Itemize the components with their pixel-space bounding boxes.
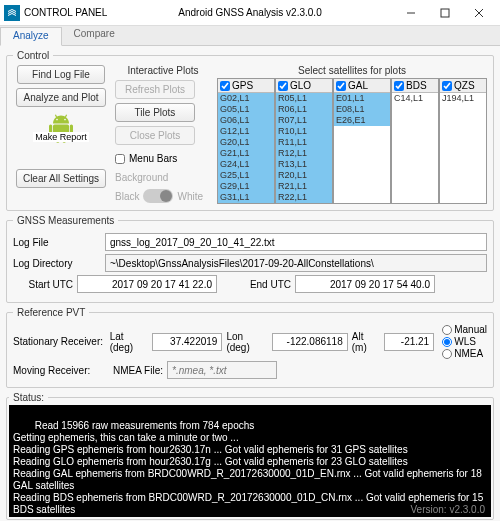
iplots-legend: Interactive Plots: [127, 65, 198, 76]
sat-item[interactable]: R12,L1: [276, 148, 332, 159]
stationary-label: Stationary Receiver:: [13, 336, 106, 347]
status-panel: Status: Read 15966 raw measurements from…: [6, 392, 494, 520]
svg-line-4: [55, 115, 57, 118]
sat-item[interactable]: G12,L1: [218, 126, 274, 137]
ref-mode-radio-group: Manual WLS NMEA: [442, 324, 487, 359]
make-report-label: Make Report: [33, 132, 89, 142]
sat-gps-checkbox[interactable]: [220, 81, 230, 91]
lat-input[interactable]: [152, 333, 222, 351]
sat-item[interactable]: G25,L1: [218, 170, 274, 181]
nmea-radio[interactable]: [442, 349, 452, 359]
sat-col-bds: BDSC14,L1: [391, 78, 439, 204]
minimize-button[interactable]: [394, 0, 428, 26]
sat-legend: Select satellites for plots: [217, 65, 487, 76]
sat-glo-checkbox[interactable]: [278, 81, 288, 91]
refresh-plots-button[interactable]: Refresh Plots: [115, 80, 195, 99]
sat-item[interactable]: R07,L1: [276, 115, 332, 126]
clear-all-button[interactable]: Clear All Settings: [16, 169, 106, 188]
sat-item[interactable]: G05,L1: [218, 104, 274, 115]
maximize-button[interactable]: [428, 0, 462, 26]
sat-gal-checkbox[interactable]: [336, 81, 346, 91]
sat-item[interactable]: R05,L1: [276, 93, 332, 104]
ref-legend: Reference PVT: [13, 307, 89, 318]
tab-analyze[interactable]: Analyze: [0, 27, 62, 46]
make-report-button[interactable]: Make Report: [33, 111, 89, 159]
menu-bars-label: Menu Bars: [129, 153, 177, 164]
sat-qzs-checkbox[interactable]: [442, 81, 452, 91]
sat-item[interactable]: E08,L1: [334, 104, 390, 115]
sat-item[interactable]: G29,L1: [218, 181, 274, 192]
background-label: Background: [115, 172, 168, 183]
sat-item[interactable]: R20,L1: [276, 170, 332, 181]
satellite-grid: GPSG02,L1G05,L1G06,L1G12,L1G20,L1G21,L1G…: [217, 78, 487, 204]
tile-plots-button[interactable]: Tile Plots: [115, 103, 195, 122]
end-utc-label: End UTC: [231, 279, 291, 290]
alt-input[interactable]: [384, 333, 434, 351]
sat-item[interactable]: E01,L1: [334, 93, 390, 104]
sat-item[interactable]: E26,E1: [334, 115, 390, 126]
lon-label: Lon (deg): [226, 331, 267, 353]
control-legend: Control: [13, 50, 53, 61]
app-icon: [4, 5, 20, 21]
sat-col-qzs: QZSJ194,L1: [439, 78, 487, 204]
start-utc-input[interactable]: [77, 275, 217, 293]
sat-bds-checkbox[interactable]: [394, 81, 404, 91]
wls-radio[interactable]: [442, 337, 452, 347]
alt-label: Alt (m): [352, 331, 380, 353]
gnss-legend: GNSS Measurements: [13, 215, 118, 226]
sat-item[interactable]: G20,L1: [218, 137, 274, 148]
status-legend: Status:: [9, 392, 48, 403]
gnss-panel: GNSS Measurements Log File Log Directory…: [6, 215, 494, 303]
manual-radio[interactable]: [442, 325, 452, 335]
sat-item[interactable]: R22,L1: [276, 192, 332, 203]
ref-panel: Reference PVT Stationary Receiver: Lat (…: [6, 307, 494, 388]
sat-item[interactable]: C14,L1: [392, 93, 438, 104]
sat-item[interactable]: R06,L1: [276, 104, 332, 115]
tab-compare[interactable]: Compare: [62, 26, 127, 45]
sat-col-glo: GLOR05,L1R06,L1R07,L1R10,L1R11,L1R12,L1R…: [275, 78, 333, 204]
sat-item[interactable]: J194,L1: [440, 93, 486, 104]
sat-item[interactable]: R11,L1: [276, 137, 332, 148]
log-file-label: Log File: [13, 237, 101, 248]
svg-point-6: [56, 119, 58, 121]
control-panel: Control Find Log File Analyze and Plot M…: [6, 50, 494, 211]
svg-point-7: [64, 119, 66, 121]
sat-item[interactable]: R13,L1: [276, 159, 332, 170]
sat-item[interactable]: G02,L1: [218, 93, 274, 104]
bg-black-label: Black: [115, 191, 139, 202]
analyze-plot-button[interactable]: Analyze and Plot: [16, 88, 105, 107]
start-utc-label: Start UTC: [13, 279, 73, 290]
tab-bar: Analyze Compare: [0, 26, 500, 46]
window-titlebar: CONTROL PANEL Android GNSS Analysis v2.3…: [0, 0, 500, 26]
sat-col-gal: GALE01,L1E08,L1E26,E1: [333, 78, 391, 204]
sat-item[interactable]: G06,L1: [218, 115, 274, 126]
nmea-file-label: NMEA File:: [113, 365, 163, 376]
sat-item[interactable]: G31,L1: [218, 192, 274, 203]
close-button[interactable]: [462, 0, 496, 26]
svg-rect-1: [441, 9, 449, 17]
sat-item[interactable]: R10,L1: [276, 126, 332, 137]
app-title: Android GNSS Analysis v2.3.0.0: [178, 7, 321, 18]
sat-item[interactable]: R21,L1: [276, 181, 332, 192]
log-dir-input[interactable]: [105, 254, 487, 272]
sat-item[interactable]: G24,L1: [218, 159, 274, 170]
log-file-input[interactable]: [105, 233, 487, 251]
sat-item[interactable]: G21,L1: [218, 148, 274, 159]
find-log-button[interactable]: Find Log File: [17, 65, 105, 84]
svg-line-5: [65, 115, 67, 118]
end-utc-input[interactable]: [295, 275, 435, 293]
close-plots-button[interactable]: Close Plots: [115, 126, 195, 145]
bg-white-label: White: [177, 191, 203, 202]
moving-label: Moving Receiver:: [13, 365, 109, 376]
background-toggle[interactable]: [143, 189, 173, 203]
status-text: Read 15966 raw measurements from 784 epo…: [13, 420, 486, 517]
nmea-file-input[interactable]: [167, 361, 277, 379]
lon-input[interactable]: [272, 333, 348, 351]
log-dir-label: Log Directory: [13, 258, 101, 269]
lat-label: Lat (deg): [110, 331, 149, 353]
status-log: Read 15966 raw measurements from 784 epo…: [9, 405, 491, 517]
menu-bars-checkbox[interactable]: [115, 154, 125, 164]
window-title: CONTROL PANEL: [24, 7, 107, 18]
sat-col-gps: GPSG02,L1G05,L1G06,L1G12,L1G20,L1G21,L1G…: [217, 78, 275, 204]
